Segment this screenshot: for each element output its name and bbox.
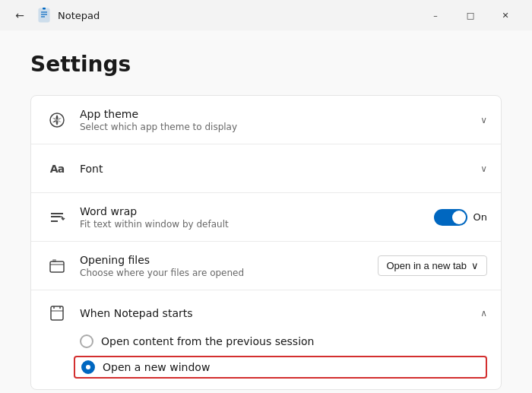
app-title: Notepad bbox=[58, 10, 418, 21]
svg-rect-11 bbox=[51, 306, 63, 320]
opening-files-control[interactable]: Open in a new tab ∨ bbox=[378, 255, 487, 276]
word-wrap-toggle-label: On bbox=[473, 211, 487, 223]
when-starts-label: When Notepad starts bbox=[80, 307, 480, 319]
word-wrap-icon bbox=[45, 205, 69, 230]
dropdown-value: Open in a new tab bbox=[386, 260, 467, 271]
font-icon: Aa bbox=[45, 157, 69, 181]
opening-files-text: Opening files Choose where your files ar… bbox=[80, 254, 378, 278]
setting-opening-files: Opening files Choose where your files ar… bbox=[31, 242, 501, 290]
svg-rect-10 bbox=[52, 259, 56, 262]
back-icon: ← bbox=[15, 9, 24, 21]
opening-files-icon bbox=[45, 254, 69, 278]
font-text: Font bbox=[80, 163, 480, 175]
setting-word-wrap: Word wrap Fit text within window by defa… bbox=[31, 193, 501, 242]
maximize-icon: □ bbox=[467, 11, 474, 21]
when-starts-header: When Notepad starts ∧ bbox=[45, 301, 487, 325]
dropdown-chevron: ∨ bbox=[471, 260, 479, 271]
back-button[interactable]: ← bbox=[9, 5, 30, 26]
window-controls: – □ ✕ bbox=[418, 3, 523, 27]
opening-files-desc: Choose where your files are opened bbox=[80, 268, 378, 278]
svg-rect-4 bbox=[43, 8, 46, 10]
option-previous-session-label: Open content from the previous session bbox=[101, 335, 314, 347]
font-label: Font bbox=[80, 163, 480, 175]
minimize-icon: – bbox=[433, 11, 438, 21]
app-icon bbox=[36, 8, 52, 23]
titlebar: ← Notepad – □ ✕ bbox=[0, 0, 532, 30]
opening-files-dropdown[interactable]: Open in a new tab ∨ bbox=[378, 255, 487, 276]
app-theme-control[interactable]: ∨ bbox=[480, 115, 487, 125]
maximize-button[interactable]: □ bbox=[453, 3, 488, 27]
word-wrap-toggle[interactable] bbox=[434, 209, 467, 226]
when-starts-options: Open content from the previous session O… bbox=[45, 334, 487, 379]
when-starts-icon bbox=[45, 301, 69, 325]
app-theme-label: App theme bbox=[80, 108, 480, 120]
minimize-button[interactable]: – bbox=[418, 3, 453, 27]
setting-font[interactable]: Aa Font ∨ bbox=[31, 144, 501, 193]
radio-previous-session[interactable] bbox=[80, 334, 93, 348]
word-wrap-control[interactable]: On bbox=[434, 209, 487, 226]
settings-content: Settings App theme Select which app them… bbox=[0, 30, 532, 393]
close-button[interactable]: ✕ bbox=[488, 3, 523, 27]
when-starts-chevron: ∧ bbox=[480, 308, 487, 319]
svg-rect-9 bbox=[50, 261, 64, 272]
app-theme-text: App theme Select which app theme to disp… bbox=[80, 108, 480, 132]
font-control[interactable]: ∨ bbox=[480, 163, 487, 174]
word-wrap-desc: Fit text within window by default bbox=[80, 219, 434, 230]
opening-files-label: Opening files bbox=[80, 254, 378, 266]
page-title: Settings bbox=[30, 52, 502, 77]
app-theme-chevron: ∨ bbox=[480, 115, 487, 125]
word-wrap-label: Word wrap bbox=[80, 205, 434, 217]
setting-when-starts: When Notepad starts ∧ Open content from … bbox=[31, 290, 501, 389]
when-starts-control[interactable]: ∧ bbox=[480, 308, 487, 319]
app-theme-icon bbox=[45, 108, 69, 132]
notepad-icon-svg bbox=[36, 8, 52, 23]
option-previous-session[interactable]: Open content from the previous session bbox=[80, 334, 487, 348]
app-theme-desc: Select which app theme to display bbox=[80, 122, 480, 132]
radio-new-window[interactable] bbox=[81, 360, 95, 374]
word-wrap-text: Word wrap Fit text within window by defa… bbox=[80, 205, 434, 230]
font-chevron: ∨ bbox=[480, 163, 487, 174]
option-new-window[interactable]: Open a new window bbox=[74, 356, 487, 379]
when-starts-text: When Notepad starts bbox=[80, 307, 480, 319]
setting-app-theme[interactable]: App theme Select which app theme to disp… bbox=[31, 96, 501, 144]
svg-rect-0 bbox=[39, 8, 49, 22]
close-icon: ✕ bbox=[502, 11, 508, 21]
settings-list: App theme Select which app theme to disp… bbox=[30, 95, 502, 390]
option-new-window-label: Open a new window bbox=[103, 361, 210, 373]
